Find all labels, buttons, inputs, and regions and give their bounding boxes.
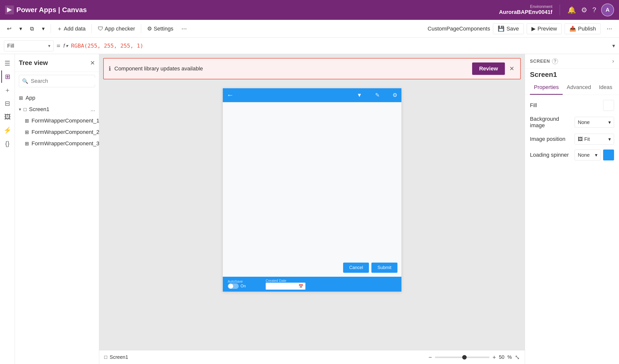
chevron-down-icon: ▾ bbox=[595, 152, 597, 158]
edit-icon[interactable]: ✎ bbox=[375, 92, 380, 98]
notification-text: Component library updates available bbox=[114, 65, 469, 72]
spinner-color-swatch[interactable] bbox=[603, 150, 614, 160]
filter-icon[interactable]: ▼ bbox=[357, 92, 362, 98]
component-icon: ⊞ bbox=[25, 129, 29, 135]
panel-expand-button[interactable]: › bbox=[612, 58, 614, 64]
tree-item-form-wrapper-2[interactable]: ⊞ FormWrapperComponent_2 bbox=[15, 126, 99, 138]
loading-spinner-select[interactable]: None ▾ bbox=[575, 150, 601, 160]
tab-properties[interactable]: Properties bbox=[530, 81, 563, 95]
tree-item-app[interactable]: ⊞ App bbox=[15, 92, 99, 104]
plus-circle-icon: ＋ bbox=[4, 86, 11, 94]
save-button[interactable]: 💾 Save bbox=[493, 23, 523, 34]
more-options-icon[interactable]: ... bbox=[91, 106, 95, 113]
chevron-down-icon: ▾ bbox=[608, 136, 611, 142]
environment-value: AuroraBAPEnv0041f bbox=[499, 9, 552, 15]
date-input[interactable]: 📅 bbox=[266, 283, 305, 290]
review-button[interactable]: Review bbox=[472, 62, 505, 75]
help-button[interactable]: ? bbox=[592, 6, 596, 14]
undo-dropdown-button[interactable]: ▾ bbox=[16, 24, 25, 34]
app-icon: ⊞ bbox=[19, 95, 23, 101]
zoom-out-button[interactable]: − bbox=[428, 354, 432, 361]
media-button[interactable]: 🖼 bbox=[1, 111, 14, 123]
loading-spinner-row: Loading spinner None ▾ bbox=[530, 150, 614, 160]
canvas-zoom-controls: − + 50 % ⤡ bbox=[428, 354, 520, 361]
zoom-slider[interactable] bbox=[435, 357, 489, 358]
fullscreen-button[interactable]: ⤡ bbox=[515, 354, 520, 361]
gear-icon: ⚙ bbox=[147, 26, 152, 32]
tree-item-label: FormWrapperComponent_2 bbox=[32, 129, 99, 135]
hamburger-button[interactable]: ☰ bbox=[1, 57, 14, 69]
expand-icon: ▾ bbox=[19, 107, 21, 112]
screen-icon: □ bbox=[104, 354, 107, 360]
ellipsis-icon: ⋯ bbox=[607, 26, 612, 32]
tree-item-screen1[interactable]: ▾ □ Screen1 ... bbox=[15, 104, 99, 115]
fx-indicator[interactable]: f ▾ bbox=[63, 43, 68, 49]
screen-section-label: SCREEN bbox=[530, 59, 550, 64]
created-date-label: Created Date bbox=[266, 279, 305, 283]
tree-search[interactable]: 🔍 bbox=[19, 75, 95, 87]
settings-app-icon[interactable]: ⚙ bbox=[392, 92, 397, 98]
publish-icon: 📤 bbox=[569, 26, 576, 32]
fullscreen-icon: ⤡ bbox=[515, 354, 520, 361]
add-data-button[interactable]: ＋ Add data bbox=[54, 23, 89, 34]
canvas-area: ℹ Component library updates available Re… bbox=[99, 54, 525, 364]
property-selector[interactable]: Fill ▾ bbox=[4, 40, 54, 51]
copy-dropdown-button[interactable]: ▾ bbox=[39, 24, 48, 34]
screen-name: Screen1 bbox=[110, 354, 128, 360]
notification-close-button[interactable]: ✕ bbox=[508, 64, 515, 73]
app-body: Cancel Submit bbox=[223, 102, 401, 277]
insert-button[interactable]: ＋ bbox=[1, 84, 14, 96]
avatar[interactable]: A bbox=[601, 3, 614, 16]
tab-ideas[interactable]: Ideas bbox=[595, 81, 616, 95]
canvas-viewport[interactable]: ← ▼ ✎ ⚙ Cancel Submit bbox=[99, 83, 525, 350]
created-date-item: Created Date 📅 bbox=[266, 279, 305, 290]
autosave-toggle[interactable] bbox=[228, 283, 239, 289]
publish-button[interactable]: 📤 Publish bbox=[565, 23, 601, 34]
toolbar-more-options-button[interactable]: ⋯ bbox=[604, 24, 615, 34]
toolbar-separator-3 bbox=[141, 24, 141, 33]
variables-button[interactable]: {} bbox=[1, 137, 14, 150]
tree-items: ⊞ App ▾ □ Screen1 ... ⊞ FormWrapperCompo… bbox=[15, 90, 99, 364]
settings-toolbar-button[interactable]: ⚙ Settings bbox=[144, 24, 176, 34]
formula-input[interactable] bbox=[71, 40, 609, 51]
power-automate-button[interactable]: ⚡ bbox=[1, 124, 14, 136]
toolbar: ↩ ▾ ⧉ ▾ ＋ Add data 🛡 App checker ⚙ Setti… bbox=[0, 20, 619, 38]
help-icon[interactable]: ? bbox=[552, 58, 558, 64]
formula-bar: Fill ▾ = f ▾ ▾ bbox=[0, 38, 619, 54]
tree-close-button[interactable]: ✕ bbox=[90, 60, 95, 66]
more-button[interactable]: ⋯ bbox=[178, 24, 190, 34]
app-checker-button[interactable]: 🛡 App checker bbox=[95, 24, 138, 34]
main-layout: ☰ ⊞ ＋ ⊟ 🖼 ⚡ {} Tree view ✕ 🔍 bbox=[0, 54, 619, 364]
image-position-select[interactable]: 🖼 Fit ▾ bbox=[575, 134, 614, 145]
info-icon: ℹ bbox=[109, 65, 111, 72]
tab-advanced[interactable]: Advanced bbox=[563, 81, 595, 95]
settings-button[interactable]: ⚙ bbox=[581, 6, 587, 14]
zoom-in-button[interactable]: + bbox=[492, 354, 496, 361]
data-button[interactable]: ⊟ bbox=[1, 97, 14, 110]
chevron-down-icon: ▾ bbox=[608, 119, 611, 125]
formula-expand-button[interactable]: ▾ bbox=[612, 43, 615, 49]
background-image-select[interactable]: None ▾ bbox=[575, 117, 614, 128]
right-panel-header: SCREEN ? › bbox=[525, 54, 619, 69]
submit-button[interactable]: Submit bbox=[371, 263, 397, 273]
cancel-button[interactable]: Cancel bbox=[343, 263, 369, 273]
fx-label: f bbox=[63, 43, 65, 49]
search-input[interactable] bbox=[31, 78, 99, 84]
fill-label: Fill bbox=[530, 102, 575, 109]
copy-button[interactable]: ⧉ bbox=[27, 24, 37, 34]
tree-item-form-wrapper-3[interactable]: ⊞ FormWrapperComponent_3 bbox=[15, 138, 99, 149]
environment-label: Environment bbox=[530, 4, 553, 9]
notifications-button[interactable]: 🔔 bbox=[567, 6, 576, 14]
undo-button[interactable]: ↩ bbox=[4, 24, 14, 34]
loading-spinner-value: None ▾ bbox=[575, 150, 614, 160]
calendar-icon[interactable]: 📅 bbox=[298, 284, 303, 289]
power-apps-logo-icon bbox=[5, 5, 14, 14]
fill-color-swatch[interactable] bbox=[603, 100, 614, 111]
tree-item-form-wrapper-1[interactable]: ⊞ FormWrapperComponent_1 bbox=[15, 115, 99, 126]
tree-view-button[interactable]: ⊞ bbox=[1, 70, 14, 83]
image-position-icon: 🖼 bbox=[578, 136, 583, 142]
background-image-label: Background image bbox=[530, 116, 575, 129]
image-position-label: Image position bbox=[530, 136, 575, 142]
preview-button[interactable]: ▶ Preview bbox=[527, 23, 562, 34]
back-button[interactable]: ← bbox=[227, 91, 234, 99]
